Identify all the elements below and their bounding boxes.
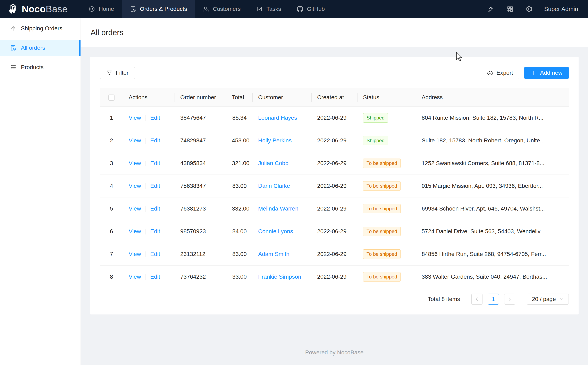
check-square-icon — [256, 6, 263, 12]
customer-link[interactable]: Frankie Simpson — [258, 274, 301, 280]
plus-icon — [531, 70, 537, 76]
status-badge: To be shipped — [363, 181, 400, 191]
total-cell: 83.00 — [226, 175, 252, 197]
user-menu[interactable]: Super Admin — [539, 6, 588, 13]
pagination-next-button[interactable] — [504, 294, 515, 305]
customer-link[interactable]: Darin Clarke — [258, 183, 290, 189]
view-link[interactable]: View — [129, 228, 141, 234]
page-size-select[interactable]: 20 / page — [527, 294, 569, 305]
edit-link[interactable]: Edit — [150, 251, 160, 257]
orders-table: Actions Order number Total Customer Crea… — [100, 88, 569, 288]
nav-right-group: Super Admin — [481, 0, 588, 18]
filter-funnel-icon — [106, 70, 112, 76]
main-menu: Home Orders & Products Customers — [81, 0, 333, 18]
row-index: 3 — [100, 152, 123, 175]
row-index: 8 — [100, 265, 123, 288]
action-divider — [145, 206, 146, 212]
plugins-button[interactable] — [500, 6, 520, 13]
customer-link[interactable]: Adam Smith — [258, 251, 290, 257]
sidebar-item-label: All orders — [21, 45, 45, 51]
nav-item-customers[interactable]: Customers — [195, 0, 248, 18]
nav-item-home[interactable]: Home — [81, 0, 122, 18]
ui-editor-button[interactable] — [481, 6, 500, 13]
sidebar-item-shipping-orders[interactable]: Shipping Orders — [0, 21, 80, 36]
sidebar-item-label: Products — [21, 64, 44, 70]
total-cell: 332.00 — [226, 197, 252, 220]
address-cell: 1252 Swaniawski Corners, Suite 688, 8137… — [416, 152, 554, 175]
github-icon — [297, 6, 303, 12]
edit-link[interactable]: Edit — [150, 137, 160, 144]
row-index: 6 — [100, 220, 123, 243]
customer-link[interactable]: Melinda Warren — [258, 205, 298, 212]
sidebar-item-products[interactable]: Products — [0, 59, 80, 75]
chevron-left-icon — [475, 297, 479, 301]
sidebar-item-all-orders[interactable]: All orders — [0, 40, 80, 56]
edit-link[interactable]: Edit — [150, 160, 160, 166]
nav-item-tasks[interactable]: Tasks — [248, 0, 289, 18]
table-row: 8 ViewEdit 73764232 33.00 Frankie Simpso… — [100, 265, 569, 288]
customer-link[interactable]: Julian Cobb — [258, 160, 289, 166]
edit-link[interactable]: Edit — [150, 274, 160, 280]
created-at-cell: 2022-06-29 — [312, 197, 357, 220]
filter-button[interactable]: Filter — [100, 67, 135, 79]
address-cell: 84856 Hirthe Run, Suite 268, 94754-6705,… — [416, 243, 554, 265]
status-badge: Shipped — [363, 113, 388, 123]
cloud-download-icon — [487, 70, 493, 76]
order-number-cell: 23132112 — [174, 243, 226, 265]
edit-link[interactable]: Edit — [150, 228, 160, 234]
action-divider — [145, 138, 146, 144]
nav-item-label: GitHub — [307, 6, 325, 12]
pagination-page-number: 1 — [492, 296, 495, 302]
pagination-prev-button[interactable] — [472, 294, 482, 305]
footer-text: Powered by NocoBase — [90, 315, 579, 361]
pagination: Total 8 items 1 20 / page — [100, 294, 569, 305]
customer-link[interactable]: Connie Lyons — [258, 228, 293, 234]
address-cell: 804 Runte Mission, Suite 182, 15783, Nor… — [416, 106, 554, 129]
nav-item-label: Home — [99, 6, 114, 12]
view-link[interactable]: View — [129, 183, 141, 189]
page-title: All orders — [91, 26, 578, 39]
table-row: 7 ViewEdit 23132112 83.00 Adam Smith 202… — [100, 243, 569, 265]
view-link[interactable]: View — [129, 115, 141, 121]
edit-link[interactable]: Edit — [150, 183, 160, 189]
add-new-button[interactable]: Add new — [524, 67, 569, 79]
view-link[interactable]: View — [129, 160, 141, 166]
table-header-row: Actions Order number Total Customer Crea… — [100, 88, 569, 106]
column-header-total: Total — [226, 88, 252, 106]
arrow-up-icon — [10, 25, 16, 32]
customer-link[interactable]: Holly Perkins — [258, 137, 291, 144]
settings-button[interactable] — [520, 6, 539, 13]
order-number-cell: 73764232 — [174, 265, 226, 288]
address-cell: 5724 Daniel Drive, Suite 563, 54403, Wen… — [416, 220, 554, 243]
column-header-actions: Actions — [123, 88, 174, 106]
view-link[interactable]: View — [129, 205, 141, 212]
row-index: 2 — [100, 129, 123, 152]
created-at-cell: 2022-06-29 — [312, 220, 357, 243]
row-index: 4 — [100, 175, 123, 197]
view-link[interactable]: View — [129, 274, 141, 280]
view-link[interactable]: View — [129, 137, 141, 144]
export-button[interactable]: Export — [481, 67, 519, 79]
created-at-cell: 2022-06-29 — [312, 243, 357, 265]
select-all-checkbox[interactable] — [108, 95, 115, 101]
pagination-page-1[interactable]: 1 — [488, 294, 499, 305]
order-number-cell: 76381273 — [174, 197, 226, 220]
gear-icon — [526, 6, 533, 13]
customer-link[interactable]: Leonard Hayes — [258, 115, 297, 121]
nav-item-orders-products[interactable]: Orders & Products — [122, 0, 195, 18]
edit-link[interactable]: Edit — [150, 115, 160, 121]
order-number-cell: 98570923 — [174, 220, 226, 243]
status-badge: To be shipped — [363, 272, 400, 281]
export-button-label: Export — [496, 70, 513, 76]
nav-item-github[interactable]: GitHub — [289, 0, 333, 18]
address-cell: 69934 Schoen River, Apt. 646, 49704, Wal… — [416, 197, 554, 220]
action-divider — [145, 274, 146, 280]
edit-link[interactable]: Edit — [150, 205, 160, 212]
pagination-total: Total 8 items — [428, 296, 460, 302]
table-row: 6 ViewEdit 98570923 84.00 Connie Lyons 2… — [100, 220, 569, 243]
nav-item-label: Orders & Products — [140, 6, 187, 12]
smiley-icon — [88, 6, 95, 12]
brand-text: NocoBase — [22, 3, 68, 14]
view-link[interactable]: View — [129, 251, 141, 257]
chevron-down-icon — [559, 297, 564, 301]
